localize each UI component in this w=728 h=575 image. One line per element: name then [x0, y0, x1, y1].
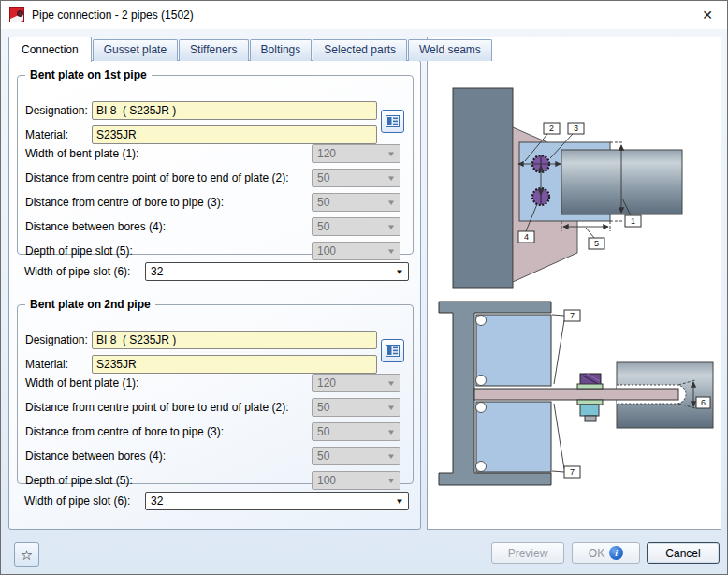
tab-stiffeners[interactable]: Stiffeners — [179, 39, 248, 61]
svg-text:5: 5 — [594, 239, 599, 248]
param-label: Width of bent plate (1): — [25, 374, 138, 392]
callout-5: 5 — [586, 228, 604, 249]
svg-text:7: 7 — [570, 467, 575, 477]
depth-pipe-slot-combo: 100▼ — [312, 242, 400, 260]
depth-pipe-slot-combo: 100▼ — [312, 471, 400, 490]
star-icon: ☆ — [21, 547, 33, 563]
tab-gusset-plate[interactable]: Gusset plate — [93, 39, 178, 61]
material-label: Material: — [25, 125, 68, 144]
catalog-icon — [386, 345, 400, 357]
param-label: Width of bent plate (1): — [25, 144, 138, 163]
chevron-down-icon: ▼ — [386, 199, 396, 207]
svg-text:2: 2 — [549, 124, 554, 133]
group-bent-plate-1st-pipe: Bent plate on 1st pipe Designation: Mate… — [17, 68, 414, 255]
width-bent-plate-combo: 120▼ — [312, 374, 400, 392]
tab-bar: Connection Gusset plate Stiffeners Bolti… — [8, 37, 493, 61]
combo-value: 50 — [317, 196, 329, 209]
chevron-down-icon: ▼ — [386, 452, 396, 461]
group-bent-plate-2nd-pipe: Bent plate on 2nd pipe Designation: Mate… — [17, 298, 414, 484]
param-label: Distance between bores (4): — [25, 217, 166, 236]
designation-input[interactable] — [92, 331, 377, 349]
bent-plate-upper — [476, 315, 551, 386]
tab-boltings[interactable]: Boltings — [250, 39, 313, 61]
profile-catalog-button[interactable] — [381, 110, 404, 133]
combo-value: 50 — [317, 401, 329, 414]
bent-plate-lower — [476, 402, 551, 472]
preview-label: Preview — [508, 547, 548, 560]
tab-selected-parts[interactable]: Selected parts — [313, 39, 407, 61]
width-pipe-slot-row: Width of pipe slot (6): 32▼ — [17, 492, 414, 510]
connection-diagram: 2 3 4 5 — [428, 37, 721, 529]
info-icon: i — [609, 546, 623, 560]
cancel-label: Cancel — [665, 547, 700, 560]
combo-value: 120 — [317, 376, 336, 390]
combo-value: 120 — [317, 147, 336, 160]
param-label: Distance between bores (4): — [25, 447, 166, 465]
chevron-down-icon: ▼ — [386, 223, 396, 231]
width-bent-plate-combo: 120▼ — [312, 144, 400, 163]
distance-between-bores-combo: 50▼ — [312, 447, 400, 465]
svg-text:7: 7 — [570, 311, 575, 320]
tab-connection[interactable]: Connection — [8, 37, 92, 62]
chevron-down-icon: ▼ — [386, 247, 396, 256]
width-pipe-slot-combo[interactable]: 32▼ — [145, 262, 409, 281]
material-label: Material: — [25, 355, 68, 374]
pipe-connection-dialog: Pipe connection - 2 pipes (1502) ✕ Conne… — [0, 0, 728, 575]
param-label: Depth of pipe slot (5): — [25, 242, 133, 260]
close-icon[interactable]: ✕ — [688, 1, 727, 29]
window-title: Pipe connection - 2 pipes (1502) — [32, 8, 194, 22]
top-view: 2 3 4 5 — [453, 88, 682, 288]
width-pipe-slot-combo[interactable]: 32▼ — [145, 492, 409, 510]
pipe-2 — [561, 150, 682, 214]
bore-to-end-combo: 50▼ — [312, 169, 400, 187]
chevron-down-icon: ▼ — [386, 428, 396, 436]
callout-7-top: 7 — [552, 310, 580, 384]
preview-button[interactable]: Preview — [491, 542, 564, 564]
favorites-star-button[interactable]: ☆ — [14, 542, 39, 567]
callout-7-bottom: 7 — [552, 404, 580, 478]
combo-value: 50 — [317, 220, 329, 233]
param-label: Width of pipe slot (6): — [24, 262, 130, 281]
bore-to-pipe-combo: 50▼ — [312, 193, 400, 212]
chevron-down-icon: ▼ — [386, 379, 396, 388]
chevron-down-icon: ▼ — [386, 174, 396, 183]
title-bar: Pipe connection - 2 pipes (1502) ✕ — [1, 1, 727, 29]
bore-to-pipe-combo: 50▼ — [312, 422, 400, 441]
chevron-down-icon: ▼ — [386, 404, 396, 412]
group-title: Bent plate on 2nd pipe — [25, 298, 155, 311]
designation-label: Designation: — [25, 101, 88, 120]
connection-app-icon — [9, 7, 24, 22]
designation-label: Designation: — [25, 331, 88, 349]
param-label: Distance from centre of bore to pipe (3)… — [25, 422, 224, 441]
tab-weld-seams[interactable]: Weld seams — [408, 39, 492, 61]
param-label: Distance from centre point of bore to en… — [25, 398, 288, 417]
combo-value: 100 — [317, 244, 336, 258]
catalog-icon — [386, 115, 400, 127]
chevron-down-icon: ▼ — [386, 477, 396, 485]
svg-text:6: 6 — [701, 398, 706, 407]
distance-between-bores-combo: 50▼ — [312, 217, 400, 236]
param-label: Width of pipe slot (6): — [24, 492, 130, 510]
profile-catalog-button[interactable] — [381, 339, 404, 362]
chevron-down-icon: ▼ — [386, 150, 396, 158]
combo-value: 50 — [317, 425, 329, 438]
combo-value: 32 — [151, 265, 163, 278]
bore-to-end-combo: 50▼ — [312, 398, 400, 417]
designation-input[interactable] — [92, 101, 377, 120]
combo-value: 32 — [151, 494, 163, 508]
combo-value: 50 — [317, 171, 329, 184]
chevron-down-icon: ▼ — [395, 268, 404, 276]
param-label: Depth of pipe slot (5): — [25, 471, 133, 490]
ok-label: OK — [589, 547, 604, 560]
material-input[interactable] — [92, 355, 377, 374]
material-input[interactable] — [92, 125, 377, 144]
svg-text:4: 4 — [524, 232, 529, 242]
group-title: Bent plate on 1st pipe — [25, 68, 152, 81]
combo-value: 50 — [317, 450, 329, 463]
param-label: Distance from centre of bore to pipe (3)… — [25, 193, 224, 212]
section-view: 6 7 7 — [439, 302, 713, 485]
ok-button[interactable]: OK i — [572, 542, 640, 564]
cancel-button[interactable]: Cancel — [647, 542, 720, 564]
param-label: Distance from centre point of bore to en… — [25, 169, 288, 187]
svg-text:1: 1 — [631, 216, 635, 226]
